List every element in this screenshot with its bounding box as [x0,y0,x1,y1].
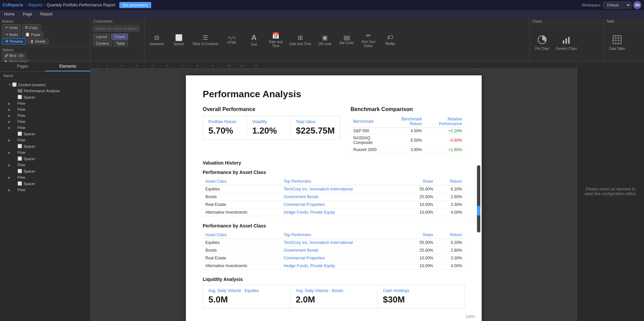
asset-realestate-performers-2: Commercial Properties [281,254,404,262]
undo-button[interactable]: ↩ Undo [2,24,21,31]
metrics-row: Portfolio Return 5.70% Volatility 1.20% … [203,116,340,140]
preview-button[interactable]: 👁 Preview [2,38,26,44]
liq-box-bonds: Avg. Daily Volume - Bonds 2.0M [290,285,377,309]
copy-button[interactable]: ⧉ Copy [22,24,41,31]
set-parameters-button[interactable]: Set parameters [119,2,151,8]
richtext-icon: ✏ [366,32,371,39]
ruler-mark: 6 [166,64,168,68]
tree-spacer-2[interactable]: ⬜ Spacer [0,131,90,137]
tree-flow-4[interactable]: ▶ Flow [0,118,90,124]
tree-container: ▼ ⬜ Content (master) H1 Performance Anal… [0,80,90,321]
vertical-scrollbar[interactable] [477,165,480,233]
tree-spacer-icon-5: ⬜ [17,169,22,173]
overall-performance-section: Overall Performance Portfolio Return 5.7… [203,106,340,153]
config-editor-message: Please select an element to open the con… [577,180,644,203]
metric-volatility: Volatility 1.20% [247,116,290,139]
asset-row-bonds-2: Bonds Government Bonds 25.00% 2.80% [203,247,465,254]
tree-flow-label-4: Flow [17,119,88,123]
workspace-select[interactable]: Default [603,2,631,8]
actions-section: Actions ↩ Undo ⧉ Copy ↪ Redo 📋 Paste 👁 P… [0,18,90,47]
breadcrumb-reports[interactable]: Reports [29,3,43,7]
asset-header-return-2: Return [436,231,465,239]
tree-flow-label-2: Flow [17,107,88,111]
comp-pie-chart[interactable]: Pie Chart [532,33,552,53]
tree-flow-10[interactable]: ▶ Flow [0,187,90,193]
asset-bonds-share-1: 25.00% [404,193,436,201]
html-label: HTML [228,41,237,45]
asset-class-section-2: Performance by Asset Class Asset Class T… [203,223,465,270]
html-icon: </> [228,35,236,40]
tree-flow-label-7: Flow [17,150,88,154]
paste-button[interactable]: 📋 Paste [22,31,43,38]
tree-expand-flow4: ▶ [8,120,12,123]
asset-header-share-2: Share [404,231,436,239]
menu-page[interactable]: Page [22,11,34,17]
asset-row-altinv-1: Alternative Investments Hedge Funds, Pri… [203,209,465,216]
tree-flow-5[interactable]: ▶ Flow [0,124,90,131]
delete-button[interactable]: 🗑 Delete [27,38,49,44]
tree-flow-9[interactable]: ▶ Flow [0,174,90,180]
comp-html[interactable]: </> HTML [221,33,243,47]
tree-flow-label-5: Flow [17,126,88,130]
separator-label: Separator [150,42,164,46]
svg-rect-1 [563,40,564,44]
comp-tab-charts[interactable]: Charts [111,34,128,40]
asset-bonds-performers-2: Government Bonds [281,247,404,254]
panel-tabs: Pages Elements [0,62,90,72]
comp-text[interactable]: A Text [243,31,265,49]
tree-page-icon: ⬜ [12,82,17,87]
tree-flow-3[interactable]: ▶ Flow [0,112,90,118]
tree-flow-8[interactable]: ▶ Flow [0,162,90,168]
toc-icon: ☰ [203,34,208,41]
badge-icon: 🏷 [387,34,393,41]
liq-cash-value: $30M [383,294,459,305]
tree-spacer-6[interactable]: ⬜ Spacer [0,180,90,187]
comp-bar-code[interactable]: ||||||| Bar Code [336,33,358,47]
tree-spacer-3[interactable]: ⬜ Spacer [0,143,90,149]
components-search-input[interactable] [93,26,140,32]
tab-elements[interactable]: Elements [45,62,91,71]
comp-spacer[interactable]: ⬜ Spacer [168,32,190,48]
portfolio-return-label: Portfolio Return [208,119,241,124]
tree-flow-6[interactable]: ▶ Flow [0,137,90,143]
menu-home[interactable]: Home [3,11,16,17]
comp-data-table[interactable]: Data Table [606,33,628,53]
bind-toggle[interactable]: 🔗 Bind : On [2,53,26,59]
tree-flow-2[interactable]: ▶ Flow [0,106,90,112]
tree-spacer-4[interactable]: ⬜ Spacer [0,155,90,162]
toc-label: Table of Contents [192,42,218,46]
comp-tab-layout[interactable]: Layout [93,34,110,40]
comp-separator[interactable]: ⊟ Separator [146,32,168,48]
tree-spacer-5[interactable]: ⬜ Spacer [0,168,90,174]
comp-rich-text[interactable]: ✏ Rich TextEditor [358,30,379,50]
tree-flow-label-10: Flow [17,188,88,192]
comp-table-of-contents[interactable]: ☰ Table of Contents [190,32,221,48]
valuation-history-title: Valuation History [203,160,465,166]
menu-report[interactable]: Report [39,11,54,17]
tree-flow-7[interactable]: ▶ Flow [0,149,90,155]
comp-key-value-grid[interactable]: ⊞ Date and Time [287,32,314,48]
tab-pages[interactable]: Pages [0,62,45,71]
redo-button[interactable]: ↪ Redo [2,31,21,38]
ruler-mark: 3 [121,64,123,68]
comp-date-time[interactable]: 📅 Date andTime [265,30,287,50]
asset-equities-return-1: 6.20% [436,185,465,193]
tree-h1[interactable]: H1 Performance Analysis [0,88,90,94]
comp-qr-code[interactable]: ▣ QR code [314,32,336,48]
workspace-area: Workspace: Default SN [582,1,641,9]
benchmark-nasdaq-name: NASDAQ Composite [351,135,389,146]
benchmark-row-sp500: S&P 500 4.50% +1.20% [351,128,465,135]
tree-pa-label: Performance Analysis [24,89,88,93]
asset-realestate-name-2: Real Estate [203,254,281,262]
tree-spacer-1[interactable]: ⬜ Spacer [0,94,90,100]
scrollbar-thumb[interactable] [477,206,480,216]
comp-badge[interactable]: 🏷 Badge [379,32,401,48]
comp-tab-table[interactable]: Table [113,40,128,46]
tree-content-master[interactable]: ▼ ⬜ Content (master) [0,81,90,88]
liquidity-title: Liquidity Analysis [203,277,465,282]
comp-tab-content[interactable]: Content [93,40,112,46]
tree-flow-1[interactable]: ▶ Flow [0,100,90,106]
tree-spacer-icon-6: ⬜ [17,181,22,186]
text-label: Text [251,43,257,47]
comp-generic-chart[interactable]: Generic Chart [553,33,579,53]
